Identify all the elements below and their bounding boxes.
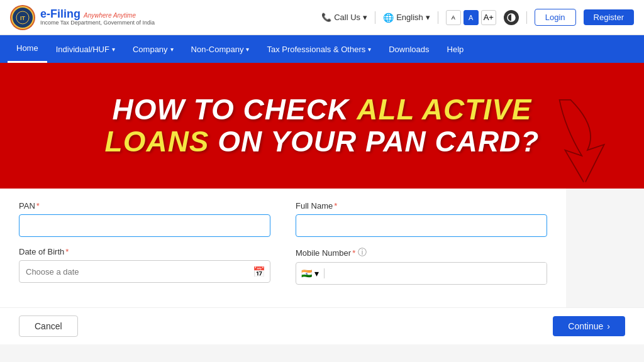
top-bar: IT e-Filing Anywhere Anytime Income Tax …	[0, 0, 644, 35]
chevron-down-icon: ▾	[112, 46, 115, 53]
flag-selector[interactable]: 🇮🇳 ▾	[296, 268, 325, 278]
chevron-down-icon: ▾	[368, 46, 371, 53]
nav-downloads[interactable]: Downloads	[380, 35, 438, 63]
continue-arrow-icon: ›	[607, 321, 610, 331]
hero-line1: HOW TO CHECK ALL ACTIVE	[112, 94, 531, 126]
dob-field-group: Date of Birth* 📅	[19, 247, 270, 285]
dob-input[interactable]	[19, 260, 270, 283]
fullname-label: Full Name*	[296, 201, 547, 211]
info-icon: ⓘ	[358, 247, 367, 258]
mobile-input-wrapper: 🇮🇳 ▾	[296, 262, 547, 285]
form-row-1: PAN* Full Name*	[19, 201, 547, 237]
continue-button[interactable]: Continue ›	[553, 316, 625, 336]
logo-emblem: IT	[10, 5, 35, 30]
pan-label: PAN*	[19, 201, 270, 211]
pan-input[interactable]	[19, 214, 270, 237]
nav-help[interactable]: Help	[438, 35, 473, 63]
hero-banner: HOW TO CHECK ALL ACTIVE LOANS ON YOUR PA…	[0, 63, 644, 189]
font-size-controls: A A A+	[446, 10, 496, 25]
dob-input-wrapper: 📅	[19, 260, 270, 283]
mobile-input[interactable]	[325, 263, 547, 284]
font-small-button[interactable]: A	[446, 10, 461, 25]
call-us-button[interactable]: 📞 Call Us ▾	[321, 13, 367, 22]
hero-line2: LOANS ON YOUR PAN CARD?	[105, 126, 540, 158]
form-row-2: Date of Birth* 📅 Mobile Number* ⓘ 🇮🇳 ▾	[19, 247, 547, 285]
nav-tax-professionals[interactable]: Tax Professionals & Others ▾	[258, 35, 380, 63]
logo-subtitle: Income Tax Department, Government of Ind…	[40, 19, 155, 26]
fullname-input[interactable]	[296, 214, 547, 237]
nav-home[interactable]: Home	[8, 35, 47, 63]
divider-2	[438, 11, 438, 24]
nav-bar: Home Individual/HUF ▾ Company ▾ Non-Comp…	[0, 35, 644, 63]
login-button[interactable]: Login	[535, 9, 576, 26]
nav-non-company[interactable]: Non-Company ▾	[182, 35, 258, 63]
flag-dropdown-arrow: ▾	[314, 268, 319, 278]
font-medium-button[interactable]: A	[464, 10, 479, 25]
brand-name: e-Filing Anywhere Anytime	[40, 8, 155, 19]
tagline: Anywhere Anytime	[84, 12, 136, 19]
divider-1	[375, 11, 375, 24]
logo-text: e-Filing Anywhere Anytime Income Tax Dep…	[40, 8, 155, 26]
call-us-label: Call Us	[334, 13, 360, 22]
language-arrow: ▾	[426, 13, 430, 22]
nav-company[interactable]: Company ▾	[124, 35, 182, 63]
call-us-arrow: ▾	[363, 13, 367, 22]
phone-icon: 📞	[321, 13, 331, 22]
svg-text:IT: IT	[20, 15, 26, 21]
register-button[interactable]: Register	[584, 9, 634, 25]
pan-field-group: PAN*	[19, 201, 270, 237]
font-large-button[interactable]: A+	[481, 10, 496, 25]
divider-3	[526, 11, 527, 24]
chevron-down-icon: ▾	[246, 46, 249, 53]
top-bar-right: 📞 Call Us ▾ 🌐 English ▾ A A A+ Login Reg…	[321, 9, 634, 26]
chevron-down-icon: ▾	[170, 46, 174, 53]
fullname-field-group: Full Name*	[296, 201, 547, 237]
form-section: PAN* Full Name* Date of Birth* 📅 Mobile …	[0, 189, 566, 307]
mobile-field-group: Mobile Number* ⓘ 🇮🇳 ▾	[296, 247, 547, 285]
footer-actions: Cancel Continue ›	[0, 307, 644, 344]
arrow-graphic	[550, 94, 625, 189]
language-label: English	[396, 13, 423, 22]
dob-label: Date of Birth*	[19, 247, 270, 256]
logo-area: IT e-Filing Anywhere Anytime Income Tax …	[10, 5, 155, 30]
nav-individual-huf[interactable]: Individual/HUF ▾	[47, 35, 124, 63]
language-selector[interactable]: 🌐 English ▾	[383, 13, 430, 23]
cancel-button[interactable]: Cancel	[19, 315, 78, 337]
india-flag: 🇮🇳	[301, 268, 312, 278]
globe-icon: 🌐	[383, 13, 394, 23]
mobile-label: Mobile Number* ⓘ	[296, 247, 547, 258]
contrast-button[interactable]	[504, 10, 519, 25]
